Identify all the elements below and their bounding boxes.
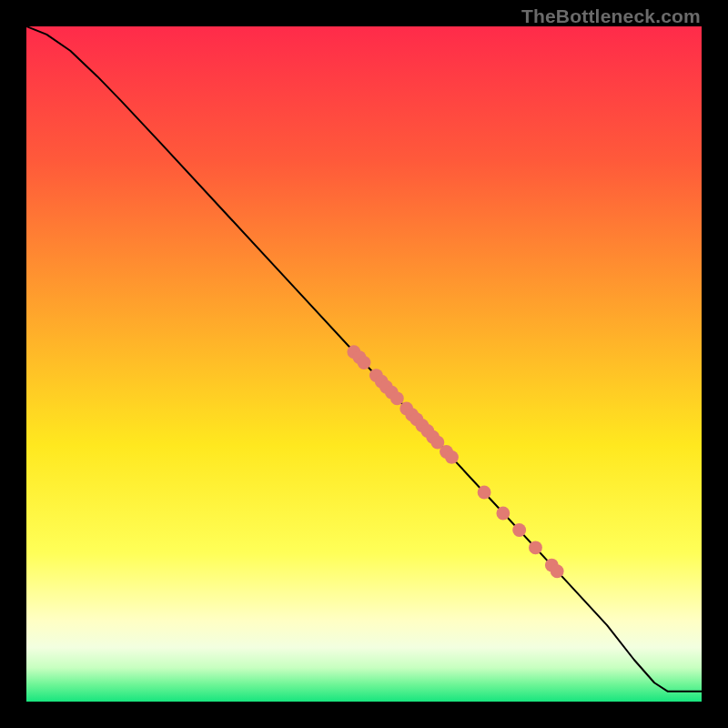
data-point [390, 391, 404, 405]
data-point [358, 356, 371, 369]
chart-frame: TheBottleneck.com [0, 0, 728, 728]
data-point [529, 541, 542, 554]
plot-area [26, 26, 702, 702]
data-point [551, 564, 564, 578]
data-point [478, 486, 491, 500]
data-point [445, 450, 459, 464]
watermark-text: TheBottleneck.com [521, 5, 701, 27]
data-point [512, 523, 526, 537]
chart-canvas [26, 26, 702, 702]
data-point [496, 507, 510, 521]
